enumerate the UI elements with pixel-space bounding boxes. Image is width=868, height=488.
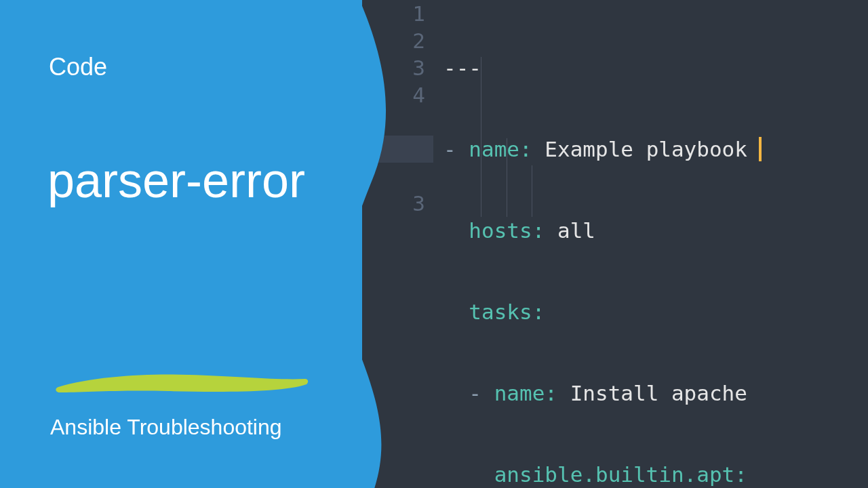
code-line: - name: Example playbook <box>443 136 747 163</box>
code-line: --- <box>443 54 747 81</box>
code-line: ansible.builtin.apt: <box>443 461 747 488</box>
code-content: --- - name: Example playbook hosts: all … <box>443 0 747 488</box>
slide: 1 2 3 4 3 --- - name: Example playbook h… <box>0 0 868 488</box>
subtitle: Ansible Troubleshooting <box>50 415 282 440</box>
underline-brush-icon <box>53 369 311 396</box>
category-label: Code <box>49 53 107 81</box>
left-panel: Code parser-error Ansible Troubleshootin… <box>0 0 434 488</box>
page-title: parser-error <box>47 152 305 208</box>
code-editor: 1 2 3 4 3 --- - name: Example playbook h… <box>362 0 868 488</box>
cursor <box>759 137 762 161</box>
code-line: tasks: <box>443 298 747 325</box>
code-line: hosts: all <box>443 217 747 244</box>
code-line: - name: Install apache <box>443 380 747 407</box>
